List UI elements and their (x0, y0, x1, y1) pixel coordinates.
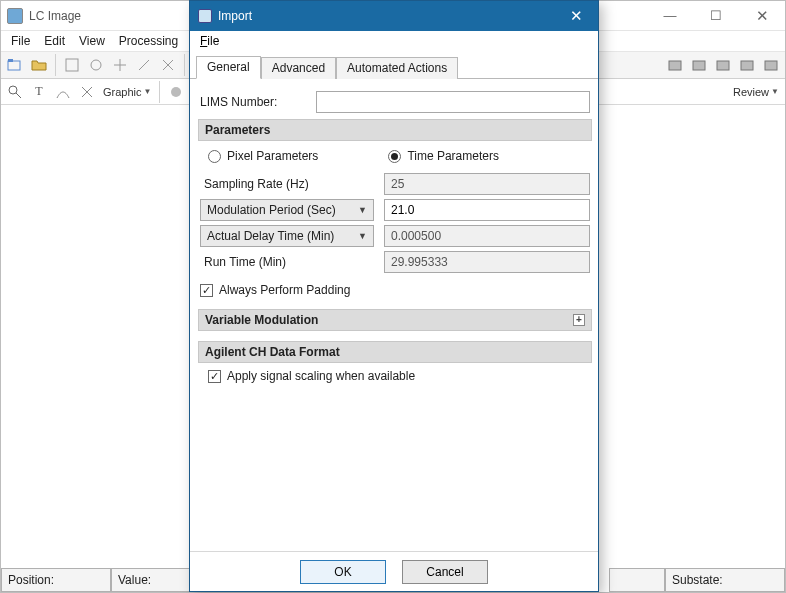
modulation-period-combo-label: Modulation Period (Sec) (207, 203, 336, 217)
svg-rect-8 (693, 61, 705, 70)
lims-input[interactable] (316, 91, 590, 113)
parameters-header: Parameters (198, 119, 592, 141)
radio-time-parameters[interactable]: Time Parameters (388, 149, 499, 163)
menu-view[interactable]: View (73, 33, 111, 49)
menu-file[interactable]: File (5, 33, 36, 49)
tool-open-icon[interactable] (5, 55, 25, 75)
dialog-body: LIMS Number: Parameters Pixel Parameters… (190, 79, 598, 551)
app-icon (7, 8, 23, 24)
modulation-period-combo[interactable]: Modulation Period (Sec) ▼ (200, 199, 374, 221)
status-spacer (609, 568, 665, 592)
delay-time-combo-label: Actual Delay Time (Min) (207, 229, 334, 243)
dialog-button-bar: OK Cancel (190, 551, 598, 591)
zoom-icon[interactable] (5, 82, 25, 102)
tool-folder-icon[interactable] (29, 55, 49, 75)
chevron-down-icon: ▼ (358, 231, 367, 241)
dialog-close-button[interactable]: ✕ (554, 1, 598, 31)
lims-label: LIMS Number: (200, 95, 310, 109)
dialog-icon (198, 9, 212, 23)
tab-automated-actions[interactable]: Automated Actions (336, 57, 458, 79)
status-value: Value: (111, 568, 191, 592)
cancel-button[interactable]: Cancel (402, 560, 488, 584)
toolbar-separator (184, 54, 185, 76)
dialog-title: Import (218, 9, 554, 23)
dialog-menu: File (190, 31, 598, 51)
radio-pixel-label: Pixel Parameters (227, 149, 318, 163)
radio-pixel-parameters[interactable]: Pixel Parameters (208, 149, 318, 163)
always-padding-checkbox[interactable]: Always Perform Padding (200, 283, 590, 297)
run-time-label: Run Time (Min) (200, 255, 374, 269)
tool-generic-icon[interactable] (53, 82, 73, 102)
tool-folder-icon[interactable] (713, 55, 733, 75)
always-padding-label: Always Perform Padding (219, 283, 350, 297)
variable-modulation-header[interactable]: Variable Modulation + (198, 309, 592, 331)
tool-generic-icon[interactable] (77, 82, 97, 102)
run-time-value: 29.995333 (384, 251, 590, 273)
svg-point-3 (91, 60, 101, 70)
maximize-button[interactable]: ☐ (693, 1, 739, 30)
import-dialog: Import ✕ File General Advanced Automated… (189, 0, 599, 592)
checkbox-icon (200, 284, 213, 297)
review-dropdown[interactable]: Review▼ (731, 86, 781, 98)
svg-rect-7 (669, 61, 681, 70)
tool-generic-icon[interactable] (62, 55, 82, 75)
status-substate: Substate: (665, 568, 785, 592)
tab-strip: General Advanced Automated Actions (190, 51, 598, 79)
svg-rect-11 (765, 61, 777, 70)
svg-rect-1 (8, 59, 13, 62)
menu-processing[interactable]: Processing (113, 33, 184, 49)
tool-folder-icon[interactable] (737, 55, 757, 75)
blob-icon[interactable] (166, 82, 186, 102)
tool-folder-icon[interactable] (665, 55, 685, 75)
modulation-period-input[interactable] (384, 199, 590, 221)
svg-rect-9 (717, 61, 729, 70)
toolbar-separator (159, 81, 160, 103)
tool-generic-icon[interactable] (86, 55, 106, 75)
tool-folder-icon[interactable] (689, 55, 709, 75)
tool-generic-icon[interactable] (134, 55, 154, 75)
delay-time-value: 0.000500 (384, 225, 590, 247)
tool-cut-icon[interactable] (158, 55, 178, 75)
dialog-titlebar[interactable]: Import ✕ (190, 1, 598, 31)
tab-general[interactable]: General (196, 56, 261, 79)
agilent-header: Agilent CH Data Format (198, 341, 592, 363)
status-position: Position: (1, 568, 111, 592)
radio-icon (208, 150, 221, 163)
svg-rect-10 (741, 61, 753, 70)
radio-time-label: Time Parameters (407, 149, 499, 163)
chevron-down-icon: ▼ (144, 87, 152, 96)
svg-point-13 (171, 87, 181, 97)
dialog-menu-file[interactable]: File (194, 33, 225, 49)
svg-rect-0 (8, 61, 20, 70)
checkbox-icon (208, 370, 221, 383)
chevron-down-icon: ▼ (771, 87, 779, 96)
radio-icon (388, 150, 401, 163)
tool-folder-icon[interactable] (761, 55, 781, 75)
toolbar-separator (55, 54, 56, 76)
expand-icon[interactable]: + (573, 314, 585, 326)
chevron-down-icon: ▼ (358, 205, 367, 215)
text-icon[interactable]: T (29, 82, 49, 102)
delay-time-combo[interactable]: Actual Delay Time (Min) ▼ (200, 225, 374, 247)
svg-rect-2 (66, 59, 78, 71)
tool-generic-icon[interactable] (110, 55, 130, 75)
ok-button[interactable]: OK (300, 560, 386, 584)
sampling-rate-label: Sampling Rate (Hz) (200, 177, 374, 191)
menu-edit[interactable]: Edit (38, 33, 71, 49)
minimize-button[interactable]: — (647, 1, 693, 30)
graphic-dropdown[interactable]: Graphic▼ (101, 86, 153, 98)
sampling-rate-value: 25 (384, 173, 590, 195)
close-button[interactable]: ✕ (739, 1, 785, 30)
apply-signal-scaling-checkbox[interactable]: Apply signal scaling when available (208, 369, 590, 383)
tab-advanced[interactable]: Advanced (261, 57, 336, 79)
apply-signal-scaling-label: Apply signal scaling when available (227, 369, 415, 383)
svg-point-12 (9, 86, 17, 94)
